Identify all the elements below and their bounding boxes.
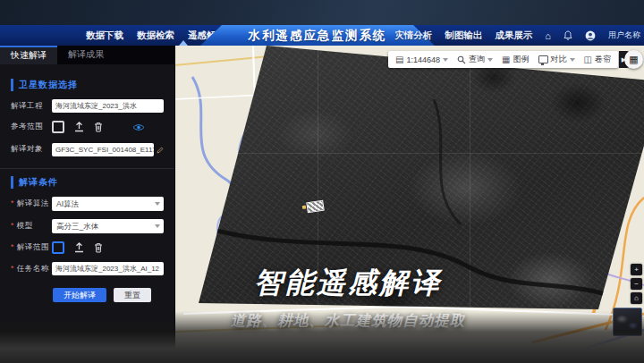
scale-icon: ▤ bbox=[395, 55, 403, 64]
upload-icon[interactable] bbox=[74, 122, 84, 132]
field-model: 模型 高分三_水体 bbox=[11, 219, 164, 233]
map-toolbar: ▤ 1:144648 查询 ▦ 图例 对比 ◫ 卷帘 bbox=[388, 51, 618, 68]
tab-quick-interpret[interactable]: 快速解译 bbox=[0, 46, 57, 64]
nav-item-map-output[interactable]: 制图输出 bbox=[445, 30, 482, 42]
home-icon[interactable]: ⌂ bbox=[545, 30, 551, 41]
chevron-down-icon bbox=[443, 58, 448, 62]
model-value: 高分三_水体 bbox=[56, 222, 98, 231]
main-navbar: 数据下载 数据检索 遥感解译 水利遥感应急监测系统 灾情分析 制图输出 成果展示… bbox=[0, 25, 644, 46]
reference-label: 参考范围 bbox=[11, 122, 52, 132]
zoom-in-button[interactable]: + bbox=[631, 264, 642, 275]
field-reference-range: 参考范围 bbox=[11, 121, 164, 133]
field-project: 解译工程 海河流域东淀_2023_洪水 bbox=[11, 99, 164, 113]
reset-button[interactable]: 重置 bbox=[114, 288, 151, 302]
top-letterbox bbox=[0, 0, 644, 25]
user-avatar-icon[interactable] bbox=[585, 30, 596, 41]
query-label: 查询 bbox=[469, 54, 485, 65]
layer-grid-button[interactable]: ▦ bbox=[624, 50, 643, 69]
project-input[interactable]: 海河流域东淀_2023_洪水 bbox=[52, 99, 164, 113]
section-conditions: 解译条件 bbox=[11, 176, 164, 189]
query-control[interactable]: 查询 bbox=[457, 54, 493, 65]
draw-rect-active-icon[interactable] bbox=[52, 241, 64, 254]
bell-icon[interactable] bbox=[564, 30, 572, 40]
algorithm-label: 解译算法 bbox=[11, 198, 52, 209]
model-select[interactable]: 高分三_水体 bbox=[52, 219, 164, 233]
field-algorithm: 解译算法 AI算法 bbox=[11, 197, 164, 211]
target-input[interactable]: GF3C_SYC_FSI_001408_E117.0_N39.4_202 bbox=[52, 143, 154, 156]
nav-item-disaster-analysis[interactable]: 灾情分析 bbox=[394, 30, 432, 42]
nav-item-data-search[interactable]: 数据检索 bbox=[137, 30, 174, 42]
edit-pencil-icon[interactable] bbox=[157, 141, 164, 157]
swipe-icon: ◫ bbox=[584, 55, 592, 64]
project-label: 解译工程 bbox=[11, 101, 52, 112]
user-name-label[interactable]: 用户名称 bbox=[608, 30, 640, 41]
nav-item-results-show[interactable]: 成果展示 bbox=[495, 30, 532, 42]
field-task-name: 任务名称 海河流域东淀_2023_洪水_AI_12 bbox=[11, 262, 164, 275]
trash-icon[interactable] bbox=[94, 242, 103, 253]
legend-icon: ▦ bbox=[502, 55, 510, 64]
active-nav-indicator bbox=[179, 40, 188, 46]
section-divider bbox=[0, 168, 174, 169]
trash-icon[interactable] bbox=[94, 122, 103, 132]
field-target: 解译对象 GF3C_SYC_FSI_001408_E117.0_N39.4_20… bbox=[11, 141, 164, 157]
target-label: 解译对象 bbox=[11, 144, 52, 155]
swipe-label: 卷帘 bbox=[595, 54, 611, 65]
chevron-down-icon bbox=[570, 58, 575, 62]
nav-item-data-download[interactable]: 数据下载 bbox=[86, 30, 123, 42]
app-window: 数据下载 数据检索 遥感解译 水利遥感应急监测系统 灾情分析 制图输出 成果展示… bbox=[0, 0, 644, 363]
task-label: 任务名称 bbox=[11, 264, 52, 274]
zoom-out-button[interactable]: − bbox=[631, 278, 642, 290]
draw-rect-icon[interactable] bbox=[52, 121, 64, 133]
compare-label: 对比 bbox=[551, 54, 567, 65]
action-buttons: 开始解译 重置 bbox=[11, 288, 151, 302]
task-name-input[interactable]: 海河流域东淀_2023_洪水_AI_12 bbox=[52, 262, 164, 275]
compare-icon bbox=[538, 55, 548, 63]
upload-icon[interactable] bbox=[74, 242, 84, 253]
chevron-down-icon bbox=[155, 202, 160, 206]
search-icon bbox=[457, 55, 466, 64]
section-satellite-data: 卫星数据选择 bbox=[11, 79, 164, 91]
swipe-control[interactable]: ◫ 卷帘 bbox=[584, 54, 611, 65]
algorithm-value: AI算法 bbox=[56, 199, 79, 208]
chevron-down-icon bbox=[487, 58, 493, 62]
panel-tabs: 快速解译 解译成果 bbox=[0, 46, 174, 64]
visibility-eye-icon[interactable] bbox=[132, 123, 145, 131]
nav-right-group: 灾情分析 制图输出 成果展示 ⌂ 用户名称 bbox=[394, 25, 640, 46]
chevron-down-icon bbox=[155, 224, 160, 228]
tab-interpret-results[interactable]: 解译成果 bbox=[57, 46, 114, 64]
bottom-letterbox bbox=[0, 311, 644, 363]
algorithm-select[interactable]: AI算法 bbox=[52, 197, 164, 211]
scale-control[interactable]: ▤ 1:144648 bbox=[395, 55, 448, 64]
model-label: 模型 bbox=[11, 221, 52, 232]
locate-home-button[interactable]: ⌂ bbox=[631, 292, 642, 304]
scope-label: 解译范围 bbox=[11, 242, 52, 253]
legend-label: 图例 bbox=[513, 54, 530, 65]
legend-control[interactable]: ▦ 图例 bbox=[502, 54, 529, 65]
caption-title: 智能遥感解译 bbox=[182, 264, 514, 303]
field-scope: 解译范围 bbox=[11, 241, 164, 254]
compare-control[interactable]: 对比 bbox=[538, 54, 575, 65]
start-interpret-button[interactable]: 开始解译 bbox=[53, 288, 106, 302]
map-zoom-controls: + − ⌂ bbox=[631, 264, 642, 304]
scale-value: 1:144648 bbox=[407, 55, 441, 64]
